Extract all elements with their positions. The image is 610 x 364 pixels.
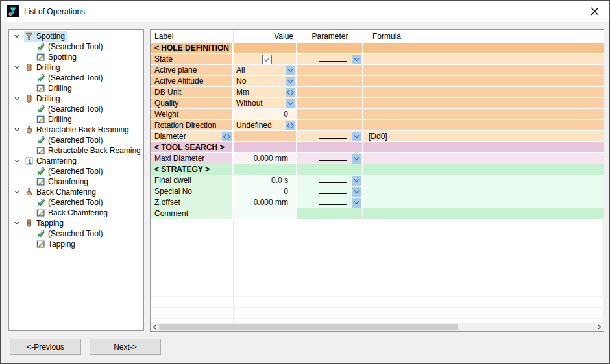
value-cell[interactable] xyxy=(234,131,297,142)
formula-cell[interactable] xyxy=(363,208,604,219)
parameter-cell[interactable] xyxy=(297,76,363,87)
tree-item-spotting[interactable]: Spotting xyxy=(9,31,143,42)
chevron-down-icon[interactable] xyxy=(13,220,21,226)
chevron-down-icon[interactable] xyxy=(13,95,21,102)
tree-item-retractable-back-reaming[interactable]: Retractable Back Reaming xyxy=(9,125,143,135)
formula-cell[interactable] xyxy=(363,175,604,186)
spot-icon xyxy=(25,32,34,41)
value-cell[interactable]: All xyxy=(234,65,297,76)
formula-cell[interactable]: [Dd0] xyxy=(363,131,604,142)
column-header-label: Label xyxy=(151,30,234,43)
parameter-cell[interactable] xyxy=(297,197,363,208)
tree-item-searched-tool[interactable]: (Searched Tool) xyxy=(9,73,143,83)
value-cell[interactable]: 0 xyxy=(234,186,297,197)
dropdown-button[interactable] xyxy=(352,154,361,164)
formula-cell[interactable] xyxy=(363,197,604,208)
dropdown-button[interactable] xyxy=(286,77,295,86)
parameter-cell[interactable] xyxy=(297,175,363,186)
formula-cell[interactable] xyxy=(363,186,604,197)
formula-cell[interactable] xyxy=(363,65,604,76)
value-cell[interactable]: 0 xyxy=(234,109,297,120)
spinner-button[interactable] xyxy=(286,88,295,97)
dropdown-button[interactable] xyxy=(352,132,361,141)
tree-item-back-chamfering[interactable]: Back Chamfering xyxy=(9,187,143,197)
label-cell: Maxi Diameter xyxy=(151,153,234,164)
parameter-cell[interactable] xyxy=(297,131,363,142)
dropdown-button[interactable] xyxy=(352,176,361,186)
tree-item-drilling[interactable]: Drilling xyxy=(9,62,143,73)
searched-icon xyxy=(36,167,45,176)
value-cell[interactable] xyxy=(234,54,297,65)
chevron-down-icon[interactable] xyxy=(13,158,21,164)
scrollbar-thumb[interactable] xyxy=(159,324,458,330)
tree-item-chamfering[interactable]: Chamfering xyxy=(9,156,143,166)
tree-item-label: Spotting xyxy=(36,31,65,42)
parameter-cell[interactable] xyxy=(297,153,363,164)
tree-item-tapping[interactable]: Tapping xyxy=(9,239,143,249)
parameter-cell[interactable] xyxy=(297,87,363,98)
tree-item-searched-tool[interactable]: (Searched Tool) xyxy=(9,135,143,145)
table-row-maxi-diameter: Maxi Diameter0.000 mm xyxy=(151,153,604,164)
formula-cell[interactable] xyxy=(363,120,604,131)
spinner-button[interactable] xyxy=(222,132,232,141)
dropdown-button[interactable] xyxy=(352,55,361,64)
tree-item-searched-tool[interactable]: (Searched Tool) xyxy=(9,42,143,52)
tree-item-tapping[interactable]: Tapping xyxy=(9,218,143,228)
tree-item-searched-tool[interactable]: (Searched Tool) xyxy=(9,197,143,208)
value-cell[interactable]: 0.0 s xyxy=(234,175,297,186)
formula-cell[interactable] xyxy=(363,76,604,87)
tree-item-drilling[interactable]: Drilling xyxy=(9,83,143,93)
dropdown-button[interactable] xyxy=(286,66,295,75)
parameter-cell[interactable] xyxy=(297,120,363,131)
formula-cell[interactable] xyxy=(363,87,604,98)
chevron-left-icon[interactable] xyxy=(151,323,159,331)
tree-item-back-chamfering[interactable]: Back Chamfering xyxy=(9,208,143,218)
horizontal-scrollbar[interactable] xyxy=(151,323,604,331)
value-cell[interactable]: Mm xyxy=(234,87,297,98)
value-cell[interactable]: 0.000 mm xyxy=(234,197,297,208)
formula-cell[interactable] xyxy=(363,153,604,164)
formula-cell[interactable] xyxy=(363,54,604,65)
chevron-down-icon[interactable] xyxy=(13,33,21,40)
tree-item-drilling[interactable]: Drilling xyxy=(9,114,143,125)
tree-item-spotting[interactable]: Spotting xyxy=(9,52,143,62)
parameter-cell[interactable] xyxy=(297,186,363,197)
dropdown-button[interactable] xyxy=(352,198,361,208)
parameter-cell[interactable] xyxy=(297,109,363,120)
formula-cell[interactable] xyxy=(363,98,604,109)
tree-item-searched-tool[interactable]: (Searched Tool) xyxy=(9,166,143,176)
chevron-right-icon[interactable] xyxy=(595,323,604,331)
close-icon[interactable] xyxy=(591,7,600,16)
empty-cell xyxy=(151,252,234,263)
parameter-cell[interactable] xyxy=(297,208,363,219)
checkbox[interactable] xyxy=(262,55,272,64)
spinner-button[interactable] xyxy=(286,121,295,130)
empty-cell xyxy=(363,308,604,319)
tree-item-searched-tool[interactable]: (Searched Tool) xyxy=(9,228,143,239)
chevron-down-icon[interactable] xyxy=(13,127,21,133)
tree-item-chamfering[interactable]: Chamfering xyxy=(9,176,143,187)
parameter-cell[interactable] xyxy=(297,65,363,76)
previous-button[interactable]: <-Previous xyxy=(10,339,81,355)
formula-cell[interactable] xyxy=(363,109,604,120)
tree-item-retractable-back-reaming[interactable]: Retractable Back Reaming xyxy=(9,145,143,156)
chevron-down-icon[interactable] xyxy=(13,64,21,71)
tree-item-drilling[interactable]: Drilling xyxy=(9,93,143,104)
chevron-down-icon[interactable] xyxy=(13,189,21,195)
parameter-underline xyxy=(319,193,347,194)
tree-item-searched-tool[interactable]: (Searched Tool) xyxy=(9,104,143,114)
empty-cell xyxy=(234,285,297,297)
dropdown-button[interactable] xyxy=(352,187,361,197)
value-cell[interactable]: No xyxy=(234,76,297,87)
value-cell[interactable]: Undefined xyxy=(234,120,297,131)
value-cell[interactable]: 0.000 mm xyxy=(234,153,297,164)
parameter-cell[interactable] xyxy=(297,98,363,109)
dropdown-button[interactable] xyxy=(286,99,295,108)
empty-cell xyxy=(151,263,234,274)
label-cell: Quality xyxy=(151,98,234,109)
section-cell xyxy=(363,142,604,153)
value-cell[interactable]: Without xyxy=(234,98,297,109)
next-button[interactable]: Next-> xyxy=(90,339,161,355)
parameter-cell[interactable] xyxy=(297,54,363,65)
value-cell[interactable] xyxy=(234,208,297,219)
